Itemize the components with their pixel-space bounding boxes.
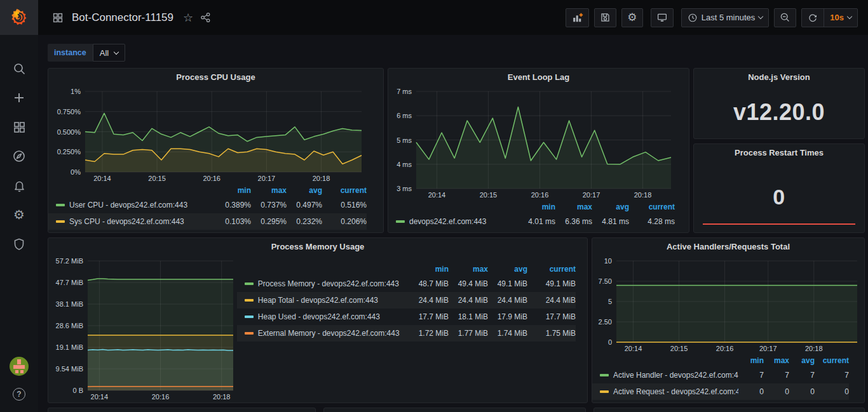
variable-label-instance: instance — [48, 44, 93, 62]
cpu-legend: minmaxavgcurrentUser CPU - devops242.ef.… — [48, 184, 383, 232]
cycle-view-button[interactable] — [651, 8, 674, 27]
x-axis-label: 20:17 — [583, 191, 600, 199]
legend-header-avg[interactable]: avg — [287, 186, 322, 195]
apps-icon[interactable] — [52, 12, 64, 23]
legend-header-current[interactable]: current — [322, 186, 367, 195]
panel-process-memory-usage: Process Memory Usage 0 B9.54 MiB19.1 MiB… — [48, 237, 588, 403]
legend-current-value: 1.75 MiB — [527, 329, 576, 338]
x-axis-label: 20:16 — [531, 191, 549, 199]
legend-header-max[interactable]: max — [764, 356, 789, 365]
grafana-logo[interactable] — [0, 0, 38, 35]
dashboard-header: Bot-Connector-11159 ☆ ⚙ Last 5 minutes — [38, 0, 868, 35]
legend-header-min[interactable]: min — [215, 186, 251, 195]
save-dashboard-button[interactable] — [594, 8, 616, 27]
legend-row: External Memory - devops242.ef.com:4431.… — [237, 325, 576, 342]
panel-title[interactable]: Process CPU Usage — [48, 69, 383, 86]
create-icon[interactable] — [5, 86, 33, 109]
legend-current-value: 17.7 MiB — [527, 312, 576, 321]
legend-header-current[interactable]: current — [527, 265, 576, 274]
refresh-picker: 10s — [801, 8, 858, 27]
legend-series-name[interactable]: User CPU - devops242.ef.com:443 — [56, 201, 215, 209]
event-loop-lag-chart[interactable]: 3 ms4 ms5 ms6 ms7 ms20:1420:1520:1620:17… — [388, 86, 689, 201]
legend-header-max[interactable]: max — [555, 203, 592, 211]
handlers-legend: minmaxavgcurrentActive Handler - devops2… — [592, 354, 864, 402]
nodejs-version-value: v12.20.0 — [733, 99, 825, 126]
refresh-button[interactable] — [802, 9, 824, 27]
server-admin-icon[interactable] — [5, 232, 33, 255]
clock-icon — [688, 13, 698, 23]
panel-title[interactable]: Process Restart Times — [694, 144, 864, 161]
legend-series-name[interactable]: Active Request - devops242.ef.com:443 — [600, 387, 738, 396]
legend-header-avg[interactable]: avg — [592, 203, 629, 211]
legend-current-value: 0 — [815, 387, 849, 396]
zoom-out-button[interactable] — [774, 8, 796, 27]
alerting-icon[interactable] — [5, 174, 33, 197]
legend-header-min[interactable]: min — [738, 356, 764, 365]
y-axis-label: 5 ms — [397, 136, 412, 144]
legend-min-value: 17.7 MiB — [409, 312, 449, 321]
legend-header-avg[interactable]: avg — [789, 356, 815, 365]
refresh-interval-button[interactable]: 10s — [824, 9, 857, 27]
panel-partial-3 — [593, 408, 865, 412]
legend-header-current[interactable]: current — [815, 356, 849, 365]
panel-title[interactable]: Active Handlers/Requests Total — [592, 238, 864, 255]
panel-title[interactable]: Process Memory Usage — [48, 238, 587, 255]
variable-value-dropdown[interactable]: All — [93, 44, 125, 62]
y-axis-label: 7 ms — [397, 88, 412, 95]
legend-avg-value: 1.74 MiB — [488, 329, 527, 338]
legend-header-avg[interactable]: avg — [488, 265, 527, 274]
cpu-usage-chart[interactable]: 0%0.250%0.500%0.750%1%20:1420:1520:1620:… — [48, 86, 383, 184]
add-panel-button[interactable] — [566, 8, 589, 27]
legend-series-name[interactable]: Heap Used - devops242.ef.com:443 — [245, 312, 409, 321]
user-avatar[interactable] — [5, 355, 33, 378]
legend-series-name[interactable]: Active Handler - devops242.ef.com:443 — [600, 371, 738, 380]
legend-min-value: 4.01 ms — [519, 217, 555, 226]
legend-series-name[interactable]: devops242.ef.com:443 — [396, 217, 519, 226]
series-color-swatch — [56, 204, 65, 206]
panel-active-handlers-requests: Active Handlers/Requests Total 02.5057.5… — [592, 237, 865, 403]
legend-header-max[interactable]: max — [251, 186, 287, 195]
active-handlers-chart[interactable]: 02.5057.501020:1420:1520:1620:1720:18 — [592, 255, 864, 354]
legend-series-name[interactable]: External Memory - devops242.ef.com:443 — [245, 329, 409, 338]
series-color-swatch — [396, 220, 405, 223]
legend-current-value: 49.1 MiB — [527, 279, 576, 288]
caret-down-icon — [758, 14, 763, 19]
template-variables: instance All — [48, 44, 125, 62]
configuration-icon[interactable]: ⚙ — [5, 203, 33, 226]
stat-body: 0 — [694, 161, 864, 232]
panel-title[interactable]: Node.js Version — [694, 69, 864, 86]
refresh-icon — [808, 13, 818, 23]
dashboard-settings-button[interactable]: ⚙ — [621, 8, 643, 27]
x-axis-label: 20:18 — [213, 393, 231, 401]
star-icon[interactable]: ☆ — [183, 12, 193, 23]
x-axis-label: 20:15 — [480, 191, 498, 199]
legend-header-max[interactable]: max — [449, 265, 488, 274]
help-icon[interactable]: ? — [5, 383, 33, 406]
legend-min-value: 0.389% — [215, 201, 251, 209]
grafana-logo-icon — [10, 8, 29, 27]
sidebar-bottom: ? — [0, 355, 38, 406]
legend-series-name[interactable]: Sys CPU - devops242.ef.com:443 — [56, 217, 215, 226]
legend-series-name[interactable]: Process Memory - devops242.ef.com:443 — [245, 279, 409, 288]
legend-max-value: 49.4 MiB — [449, 279, 488, 288]
legend-header-row: minmaxavgcurrent — [48, 184, 367, 197]
dashboards-icon[interactable] — [5, 116, 33, 138]
explore-icon[interactable] — [5, 145, 33, 168]
search-icon[interactable] — [5, 57, 33, 80]
chart-svg: 3 ms4 ms5 ms6 ms7 ms20:1420:1520:1620:17… — [388, 86, 689, 201]
legend-header-min[interactable]: min — [409, 265, 449, 274]
time-range-button[interactable]: Last 5 minutes — [682, 9, 769, 27]
share-icon[interactable] — [200, 12, 211, 23]
chart-svg — [702, 217, 857, 226]
y-axis-label: 9.54 MiB — [56, 365, 83, 373]
sidebar-menu: ⚙ — [0, 57, 38, 255]
legend-series-name[interactable]: Heap Total - devops242.ef.com:443 — [245, 296, 409, 305]
legend-header-min[interactable]: min — [519, 203, 555, 211]
dashboard-title[interactable]: Bot-Connector-11159 — [72, 11, 173, 24]
dashboard-toolbar: ⚙ Last 5 minutes 10s — [566, 8, 858, 27]
panel-title[interactable]: Event Loop Lag — [388, 69, 689, 86]
sidebar: ⚙ ? — [0, 0, 38, 412]
memory-usage-chart[interactable]: 0 B9.54 MiB19.1 MiB28.6 MiB38.1 MiB47.7 … — [48, 255, 237, 402]
x-axis-label: 20:18 — [805, 345, 823, 352]
legend-header-current[interactable]: current — [629, 203, 675, 211]
